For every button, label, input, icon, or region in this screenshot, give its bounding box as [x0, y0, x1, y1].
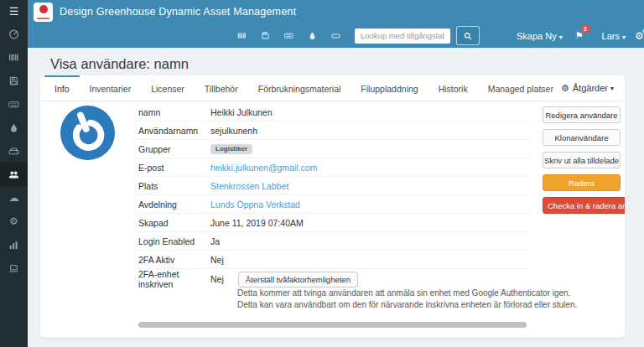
sidebar-item-components[interactable] [0, 139, 28, 163]
field-label: Plats [138, 181, 210, 191]
top-navbar: Design Greenhouse Dynamic Asset Manageme… [28, 0, 644, 48]
save-icon [8, 75, 19, 86]
table-row: 2FA-enhet inskriven Nej Återställ tvåfak… [134, 269, 530, 289]
user-menu[interactable]: Lars▾ [602, 31, 626, 41]
field-label: 2FA-enhet inskriven [138, 269, 210, 289]
menu-icon[interactable]: ☰ [0, 0, 28, 22]
gear-icon: ⚙ [9, 216, 18, 226]
sidebar-item-dashboard[interactable] [0, 22, 28, 45]
detail-table: namn Heikki Julkunen Användarnamn sejulk… [134, 103, 530, 289]
tab-inventarier[interactable]: Inventarier [80, 75, 142, 101]
sidebar-item-accessories[interactable] [0, 92, 28, 116]
sidebar-item-consumables[interactable] [0, 116, 28, 139]
chevron-down-icon: ▾ [610, 85, 614, 92]
app-window: ☰ ☁ ⚙ [0, 0, 644, 347]
profile-avatar-power-icon [59, 104, 117, 162]
app-title: Design Greenhouse Dynamic Asset Manageme… [60, 6, 296, 18]
tab-bar: Info Inventarier Licenser Tillbehör Förb… [40, 75, 625, 101]
clone-user-button[interactable]: Klonanvändare [543, 129, 621, 146]
gear-icon: ⚙ [561, 83, 569, 94]
delete-button[interactable]: Radera [543, 174, 621, 191]
users-icon [8, 169, 19, 180]
hdd-icon [8, 146, 19, 157]
table-row: Avdelning Lunds Öppna Verkstad [134, 195, 530, 214]
app-logo[interactable] [34, 3, 53, 22]
droplet-icon [8, 122, 19, 133]
sidebar-item-users[interactable] [0, 163, 28, 186]
barcode-icon[interactable] [237, 31, 247, 40]
tab-historik[interactable]: Historik [428, 75, 478, 101]
horizontal-scrollbar[interactable] [138, 322, 527, 328]
reset-2fa-button[interactable]: Återställ tvåfaktorhemligheten [238, 272, 358, 287]
field-label: Grupper [138, 144, 210, 154]
cogs-icon[interactable]: ⚙⚙ [635, 31, 644, 41]
tab-forbrukningsmaterial[interactable]: Förbrukningsmaterial [248, 75, 351, 101]
dashboard-icon [8, 28, 19, 39]
logo-dot [39, 5, 48, 13]
table-row: namn Heikki Julkunen [134, 103, 530, 122]
quick-nav-icons [237, 31, 340, 40]
field-value: sejulkunenh [210, 126, 257, 136]
alerts-flag-button[interactable]: ⚑ 2 [575, 30, 584, 41]
field-label: namn [138, 107, 210, 117]
sidebar-item-licenses[interactable] [0, 69, 28, 92]
sidebar: ☰ ☁ ⚙ [0, 0, 28, 347]
sidebar-item-settings[interactable]: ⚙ [0, 210, 28, 233]
chart-icon [8, 240, 19, 251]
print-assigned-button[interactable]: Skriv ut alla tilldelade [543, 152, 621, 168]
sidebar-item-assets[interactable] [0, 45, 28, 69]
cloud-icon: ☁ [9, 193, 19, 203]
alerts-count-badge: 2 [581, 25, 589, 33]
create-new-dropdown[interactable]: Skapa Ny▾ [517, 31, 563, 41]
tab-filuppladdning[interactable]: Filuppladdning [351, 75, 428, 101]
field-value: June 11, 2019 07:40AM [210, 218, 304, 228]
hdd-icon[interactable] [331, 31, 340, 40]
table-row: E-post heikki.julkunen@gmail.com [134, 158, 530, 177]
action-buttons: Redigera användare Klonanvändare Skriv u… [543, 106, 621, 214]
field-value: Heikki Julkunen [210, 107, 273, 117]
table-row: Grupper Logistiker [134, 140, 530, 158]
search-input[interactable] [355, 28, 450, 44]
actions-dropdown[interactable]: ⚙ Åtgärder ▾ [561, 75, 614, 101]
sidebar-item-kits[interactable]: ☁ [0, 186, 28, 210]
edit-user-button[interactable]: Redigera användare [543, 106, 621, 123]
sidebar-item-reports[interactable] [0, 233, 28, 256]
logo-text-line [37, 18, 49, 19]
save-icon[interactable] [261, 31, 270, 40]
location-link[interactable]: Stenkrossen Labbet [210, 181, 288, 191]
field-value: Ja [210, 236, 220, 246]
droplet-icon[interactable] [308, 31, 317, 40]
field-label: Avdelning [138, 199, 210, 210]
tab-info[interactable]: Info [44, 75, 80, 101]
field-value: Nej [210, 274, 224, 284]
keyboard-icon [8, 99, 19, 110]
laptop-icon [8, 263, 19, 274]
field-label: Användarnamn [138, 126, 210, 136]
user-detail-card: Info Inventarier Licenser Tillbehör Förb… [40, 75, 625, 338]
content-area: Visa användare: namn Info Inventarier Li… [28, 48, 644, 347]
tab-tillbehor[interactable]: Tillbehör [195, 75, 248, 101]
sidebar-item-requestable[interactable] [0, 256, 28, 280]
table-row: 2FA Aktiv Nej [134, 251, 530, 269]
table-row: Skapad June 11, 2019 07:40AM [134, 214, 530, 232]
field-value: Nej [210, 255, 224, 265]
table-row: Plats Stenkrossen Labbet [134, 177, 530, 195]
keyboard-icon[interactable] [284, 31, 293, 40]
twofa-note: Detta kommer att tvinga användaren att a… [237, 287, 577, 310]
field-label: E-post [138, 163, 210, 173]
field-label: Login Enabled [138, 236, 210, 246]
field-label: 2FA Aktiv [138, 255, 210, 265]
group-badge[interactable]: Logistiker [210, 144, 252, 154]
tab-managed-platser[interactable]: Managed platser [478, 75, 564, 101]
checkin-delete-button[interactable]: Checka in & radera användare [543, 197, 625, 214]
page-title: Visa användare: namn [28, 48, 644, 72]
magnifier-icon [464, 32, 472, 40]
tab-licenser[interactable]: Licenser [141, 75, 195, 101]
chevron-down-icon: ▾ [622, 34, 626, 41]
table-row: Login Enabled Ja [134, 232, 530, 251]
table-row: Användarnamn sejulkunenh [134, 122, 530, 140]
search-button[interactable] [456, 26, 480, 45]
department-link[interactable]: Lunds Öppna Verkstad [210, 199, 300, 210]
barcode-icon [8, 52, 19, 63]
email-link[interactable]: heikki.julkunen@gmail.com [210, 163, 317, 173]
